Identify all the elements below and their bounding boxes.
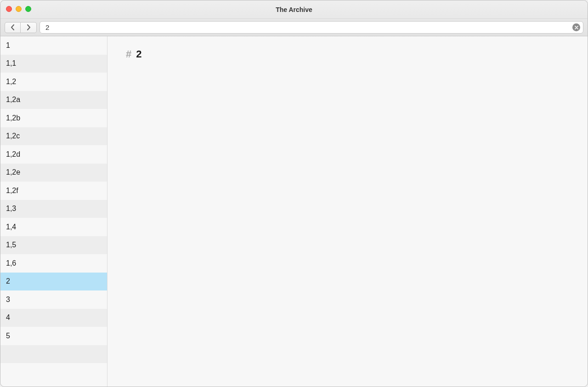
list-item-label: 1,2f — [6, 187, 18, 195]
list-item[interactable]: 1,1 — [0, 55, 107, 73]
list-item[interactable]: 1 — [0, 36, 107, 55]
list-item-label: 1 — [6, 41, 10, 50]
nav-back-button[interactable] — [5, 22, 21, 33]
chevron-left-icon — [11, 24, 15, 30]
window-title: The Archive — [276, 6, 312, 13]
list-item[interactable]: 1,3 — [0, 200, 107, 218]
list-item-label: 5 — [6, 332, 10, 340]
list-item-empty — [0, 345, 107, 364]
search-container — [40, 21, 583, 34]
list-item-label: 1,2a — [6, 96, 20, 104]
list-item-empty — [0, 363, 107, 381]
list-item[interactable]: 2 — [0, 273, 107, 291]
list-item[interactable]: 1,5 — [0, 236, 107, 255]
list-item[interactable]: 1,6 — [0, 254, 107, 273]
list-item-label: 1,4 — [6, 223, 16, 231]
list-item[interactable]: 1,2d — [0, 145, 107, 164]
list-item-label: 1,2e — [6, 168, 20, 176]
list-item-label: 1,2b — [6, 114, 20, 122]
list-item[interactable]: 1,2 — [0, 73, 107, 91]
heading-line: # 2 — [126, 48, 569, 60]
list-item[interactable]: 1,2f — [0, 182, 107, 200]
list-item-label: 1,6 — [6, 259, 16, 267]
note-heading: 2 — [136, 48, 141, 60]
nav-forward-button[interactable] — [21, 22, 37, 33]
list-item-label: 2 — [6, 277, 10, 285]
list-item[interactable]: 1,2e — [0, 164, 107, 182]
list-item[interactable]: 1,2b — [0, 109, 107, 127]
list-item[interactable]: 3 — [0, 290, 107, 309]
search-input[interactable] — [45, 23, 572, 31]
chevron-right-icon — [27, 24, 31, 30]
list-item-label: 3 — [6, 296, 10, 304]
list-item-label: 1,3 — [6, 205, 16, 213]
app-window: The Archive 11,11,21,2 — [0, 0, 588, 387]
list-item-label: 1,2 — [6, 78, 16, 86]
list-item[interactable]: 5 — [0, 327, 107, 345]
traffic-lights — [6, 6, 31, 12]
titlebar: The Archive — [0, 0, 588, 19]
hash-marker: # — [126, 48, 131, 60]
list-item-label: 1,5 — [6, 241, 16, 249]
minimize-window-button[interactable] — [16, 6, 22, 12]
clear-search-button[interactable] — [572, 23, 580, 31]
list-item[interactable]: 1,2c — [0, 127, 107, 146]
content: 11,11,21,2a1,2b1,2c1,2d1,2e1,2f1,31,41,5… — [0, 36, 588, 387]
editor[interactable]: # 2 — [107, 36, 588, 387]
list-item[interactable]: 1,4 — [0, 218, 107, 236]
nav-buttons — [5, 22, 37, 33]
list-item-label: 1,2c — [6, 132, 20, 140]
list-item[interactable]: 4 — [0, 309, 107, 327]
list-item-label: 1,2d — [6, 150, 20, 159]
list-item-label: 1,1 — [6, 59, 16, 68]
list-item-label: 4 — [6, 313, 10, 322]
list-item[interactable]: 1,2a — [0, 91, 107, 109]
maximize-window-button[interactable] — [25, 6, 31, 12]
close-window-button[interactable] — [6, 6, 12, 12]
x-icon — [575, 26, 578, 29]
sidebar[interactable]: 11,11,21,2a1,2b1,2c1,2d1,2e1,2f1,31,41,5… — [0, 36, 107, 387]
toolbar — [0, 19, 588, 36]
